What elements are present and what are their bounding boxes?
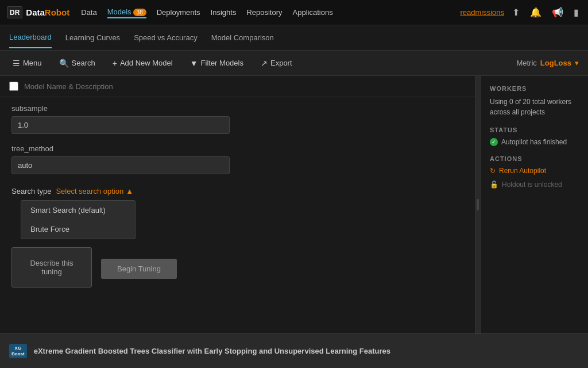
tab-leaderboard[interactable]: Leaderboard [9,27,52,48]
workers-text: Using 0 of 20 total workers across all p… [490,97,579,117]
top-nav: DR DataRobot Data Models38 Deployments I… [0,0,588,25]
dropdown-menu: Smart Search (default) Brute Force [21,200,136,239]
search-type-menu: Smart Search (default) Brute Force [21,200,475,239]
nav-data[interactable]: Data [81,7,96,18]
toolbar: ☰ Menu 🔍 Search + Add New Model ▼ Filter… [0,51,588,76]
subsample-input[interactable] [11,116,230,134]
metric-arrow-icon: ▾ [575,59,579,67]
export-icon: ↗ [261,59,268,68]
begin-tuning-button[interactable]: Begin Tuning [101,259,177,279]
nav-insights[interactable]: Insights [211,7,237,18]
tree-method-input[interactable] [11,156,230,174]
badge-line1: XG [11,346,25,351]
search-option-smart[interactable]: Smart Search (default) [21,201,135,220]
nav-applications[interactable]: Applications [293,7,333,18]
search-option-brute[interactable]: Brute Force [21,220,135,239]
metric-selector[interactable]: Metric LogLoss ▾ [516,59,579,67]
resize-dot [477,199,479,210]
holdout-action: 🔓 Holdout is unlocked [490,181,579,189]
workers-section-title: WORKERS [490,85,579,92]
holdout-label: Holdout is unlocked [502,181,562,189]
logo-robot: Robot [45,7,69,17]
export-button[interactable]: ↗ Export [257,56,296,70]
search-type-dropdown[interactable]: Select search option ▲ [56,187,133,195]
logo-box: DR [7,6,22,18]
logo-icon: DR [10,9,20,17]
status-dot-icon: ✓ [490,138,498,146]
actions-section-title: ACTIONS [490,155,579,162]
user-icon[interactable]: ▮ [571,6,581,19]
subsample-section: subsample [0,97,475,137]
right-panel: WORKERS Using 0 of 20 total workers acro… [480,76,588,334]
rerun-autopilot-button[interactable]: ↻ Rerun Autopilot [490,167,579,175]
subsample-label: subsample [11,104,463,113]
search-type-label: Search type [11,187,51,195]
add-icon: + [113,59,117,68]
badge-line2: Boost [11,351,25,357]
menu-button[interactable]: ☰ Menu [9,56,45,70]
search-type-arrow-icon: ▲ [126,187,133,195]
center-panel: Model Name & Description subsample tree_… [0,76,475,334]
tree-method-section: tree_method [0,137,475,178]
bottom-bar: XG Boost eXtreme Gradient Boosted Trees … [0,334,588,368]
model-header-label: Model Name & Description [24,82,113,91]
notifications-icon[interactable]: 🔔 [528,6,544,19]
nav-right: readmissions ⬆ 🔔 📢 ▮ [460,6,581,19]
menu-icon: ☰ [13,59,20,68]
status-section-title: STATUS [490,126,579,133]
search-icon: 🔍 [59,59,69,68]
add-model-button[interactable]: + Add New Model [109,56,176,70]
action-row: Describe this tuning Begin Tuning [0,241,475,293]
model-select-checkbox[interactable] [9,82,18,91]
logo: DR DataRobot [7,6,69,18]
nav-models[interactable]: Models38 [107,6,146,18]
status-row: ✓ Autopilot has finished [490,138,579,146]
begin-tuning-container: Begin Tuning [101,256,177,279]
rerun-icon: ↻ [490,167,496,175]
model-header-row: Model Name & Description [0,76,475,97]
project-name[interactable]: readmissions [460,8,504,17]
search-type-row: Search type Select search option ▲ [0,178,475,200]
resize-handle[interactable] [475,76,480,334]
share-icon[interactable]: ⬆ [510,6,522,19]
tree-method-label: tree_method [11,144,463,153]
filter-models-button[interactable]: ▼ Filter Models [187,56,247,70]
logo-data: Data [26,7,45,17]
metric-value: LogLoss [540,59,571,67]
nav-repository[interactable]: Repository [246,7,282,18]
tab-model-comparison[interactable]: Model Comparison [211,28,274,48]
sub-nav: Leaderboard Learning Curves Speed vs Acc… [0,25,588,51]
search-type-value: Select search option [56,187,123,195]
describe-tuning-button[interactable]: Describe this tuning [11,247,92,288]
xgboost-badge: XG Boost [9,344,27,358]
status-text: Autopilot has finished [501,138,567,146]
filter-icon: ▼ [190,59,198,68]
announcements-icon[interactable]: 📢 [550,6,566,19]
holdout-icon: 🔓 [490,181,498,189]
models-badge: 38 [133,9,146,16]
nav-deployments[interactable]: Deployments [157,7,200,18]
bottom-model-name: eXtreme Gradient Boosted Trees Classifie… [34,347,390,355]
rerun-label: Rerun Autopilot [499,167,546,175]
tab-speed-vs-accuracy[interactable]: Speed vs Accuracy [134,28,198,48]
search-button[interactable]: 🔍 Search [56,56,99,70]
tab-learning-curves[interactable]: Learning Curves [65,28,120,48]
